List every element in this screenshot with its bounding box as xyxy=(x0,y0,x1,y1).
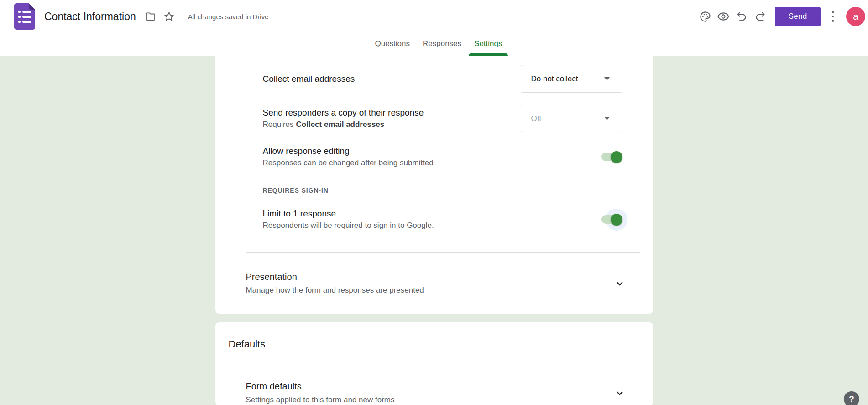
divider xyxy=(229,362,639,362)
collect-email-dropdown[interactable]: Do not collect xyxy=(521,65,622,93)
redo-icon[interactable] xyxy=(753,10,767,23)
setting-row-collect-email: Collect email addresses Do not collect xyxy=(215,65,653,93)
section-title: Presentation xyxy=(246,271,424,283)
requires-prefix: Requires xyxy=(263,120,294,129)
toggle-knob xyxy=(611,151,622,163)
undo-icon[interactable] xyxy=(735,10,748,23)
toggle-knob xyxy=(611,214,622,226)
setting-subtitle: Respondents will be required to sign in … xyxy=(263,220,434,231)
form-title[interactable]: Contact Information xyxy=(44,11,136,23)
defaults-heading: Defaults xyxy=(215,322,653,351)
section-subtitle: Manage how the form and responses are pr… xyxy=(246,284,424,296)
folder-icon[interactable] xyxy=(144,10,157,23)
app-header: Contact Information All changes saved in… xyxy=(0,0,868,56)
divider xyxy=(246,252,640,253)
section-title: Form defaults xyxy=(246,380,395,393)
theme-palette-icon[interactable] xyxy=(698,10,712,23)
caret-down-icon xyxy=(604,77,610,80)
setting-subtitle: Responses can be changed after being sub… xyxy=(263,157,434,168)
requires-target: Collect email addresses xyxy=(296,120,385,129)
dropdown-value: Off xyxy=(531,114,541,123)
chevron-down-icon[interactable] xyxy=(613,277,627,290)
account-avatar[interactable]: a xyxy=(846,7,865,26)
preview-eye-icon[interactable] xyxy=(716,10,730,23)
limit-response-toggle[interactable] xyxy=(601,215,621,224)
setting-subtitle: RequiresCollect email addresses xyxy=(263,119,424,130)
active-tab-underline xyxy=(469,53,507,56)
page-fold xyxy=(29,3,35,10)
tab-questions[interactable]: Questions xyxy=(375,32,410,56)
title-row: Contact Information All changes saved in… xyxy=(0,0,868,32)
allow-editing-toggle[interactable] xyxy=(601,153,621,161)
header-actions xyxy=(698,10,767,23)
setting-row-send-copy: Send responders a copy of their response… xyxy=(215,105,653,132)
section-subtitle: Settings applied to this form and new fo… xyxy=(246,394,395,405)
google-forms-settings-page: Contact Information All changes saved in… xyxy=(0,0,868,405)
caret-down-icon xyxy=(604,117,610,120)
help-button[interactable]: ? xyxy=(844,391,859,405)
tab-responses[interactable]: Responses xyxy=(423,32,461,56)
save-status: All changes saved in Drive xyxy=(188,13,269,21)
setting-title: Allow response editing xyxy=(263,145,434,157)
tab-bar: Questions Responses Settings xyxy=(0,32,868,56)
defaults-card: Defaults Form defaults Settings applied … xyxy=(215,322,653,405)
tab-settings[interactable]: Settings xyxy=(474,32,502,56)
setting-title: Collect email addresses xyxy=(263,73,355,85)
send-copy-dropdown[interactable]: Off xyxy=(521,105,622,132)
responses-settings-card: Collect email addresses Do not collect S… xyxy=(215,56,653,314)
settings-content: Collect email addresses Do not collect S… xyxy=(0,56,868,405)
tab-settings-label: Settings xyxy=(474,39,502,48)
requires-sign-in-label: REQUIRES SIGN-IN xyxy=(215,186,653,195)
setting-title: Limit to 1 response xyxy=(263,208,434,220)
forms-logo-icon[interactable] xyxy=(14,3,35,30)
dropdown-value: Do not collect xyxy=(531,74,578,84)
star-icon[interactable] xyxy=(162,10,176,23)
form-defaults-row[interactable]: Form defaults Settings applied to this f… xyxy=(215,380,653,405)
setting-row-allow-editing: Allow response editing Responses can be … xyxy=(215,145,653,168)
send-button[interactable]: Send xyxy=(775,7,821,26)
setting-title: Send responders a copy of their response xyxy=(263,107,424,119)
chevron-down-icon[interactable] xyxy=(613,386,627,400)
setting-row-limit-response: Limit to 1 response Respondents will be … xyxy=(215,208,653,231)
more-options-icon[interactable] xyxy=(827,10,839,23)
help-label: ? xyxy=(849,394,854,404)
presentation-section-row[interactable]: Presentation Manage how the form and res… xyxy=(215,271,653,296)
